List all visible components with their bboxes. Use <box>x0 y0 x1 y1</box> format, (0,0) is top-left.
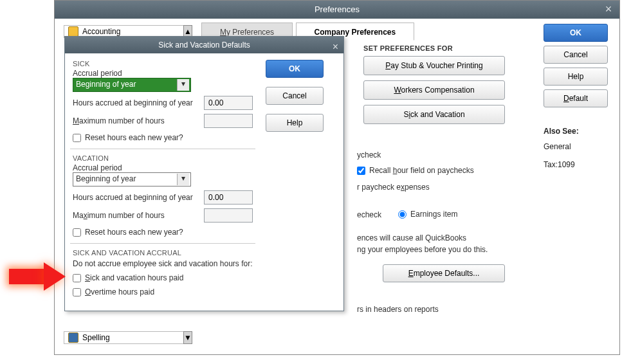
partial-text: rs in headers on reports <box>357 302 576 317</box>
partial-text: r paycheck expenses <box>357 179 576 195</box>
preferences-sidebar-bottom: Spelling ▼ <box>64 331 192 344</box>
sidebar-item-spelling[interactable]: Spelling ▼ <box>64 331 192 344</box>
sv-ok-button[interactable]: OK <box>266 60 324 78</box>
close-icon[interactable]: × <box>603 3 614 15</box>
workers-comp-button[interactable]: Workers Compensation <box>363 80 505 100</box>
scroll-down-icon[interactable]: ▼ <box>183 331 192 344</box>
preferences-titlebar: Preferences × <box>55 1 619 19</box>
sick-reset-label: Reset hours each new year? <box>85 133 183 142</box>
accrual-overtime-paid-label: Overtime hours paid <box>85 287 154 296</box>
combo-value: Beginning of year <box>76 174 136 183</box>
employee-defaults-button[interactable]: Employee Defaults... <box>383 264 505 282</box>
vac-hours-accrued-label: Hours accrued at beginning of year <box>73 193 199 202</box>
set-prefs-label: SET PREFERENCES FOR <box>363 44 582 52</box>
sick-hours-accrued-input[interactable] <box>204 96 253 110</box>
accrual-sickvac-paid-checkbox[interactable] <box>73 274 81 282</box>
sick-vacation-dialog: Sick and Vacation Defaults × SICK Accrua… <box>64 36 344 311</box>
folder-icon <box>68 26 78 37</box>
sidebar-item-label: Spelling <box>82 333 110 342</box>
ok-button[interactable]: OK <box>544 24 608 42</box>
close-icon[interactable]: × <box>333 39 338 55</box>
sidebar-item-label: Accounting <box>82 27 120 36</box>
accrual-lead: Do not accrue employee sick and vacation… <box>73 259 253 268</box>
sv-title: Sick and Vacation Defaults <box>158 41 250 50</box>
sick-header: SICK <box>73 60 253 68</box>
preferences-title: Preferences <box>315 5 360 14</box>
vac-reset-checkbox[interactable] <box>73 228 81 237</box>
combo-value: Beginning of year <box>76 80 136 89</box>
sv-titlebar: Sick and Vacation Defaults × <box>65 37 343 53</box>
sick-max-hours-input[interactable] <box>204 114 253 128</box>
warn-text: ng your employees before you do this. <box>357 244 576 255</box>
sick-accrual-period-combo[interactable]: Beginning of year <box>73 78 191 92</box>
accrual-overtime-paid-checkbox[interactable] <box>73 288 81 296</box>
set-preferences-for: SET PREFERENCES FOR Pay Stub & Voucher P… <box>363 44 582 129</box>
partial-text: ycheck <box>357 147 576 163</box>
sick-reset-checkbox[interactable] <box>73 134 81 142</box>
vac-reset-label: Reset hours each new year? <box>85 228 183 237</box>
sv-cancel-button[interactable]: Cancel <box>266 87 324 105</box>
vacation-header: VACATION <box>73 154 253 162</box>
sick-vacation-button[interactable]: Sick and Vacation <box>363 105 505 124</box>
accrual-period-label: Accrual period <box>73 69 253 78</box>
vac-hours-accrued-input[interactable] <box>204 190 253 205</box>
accrual-sickvac-paid-label: Sick and vacation hours paid <box>85 273 183 282</box>
abc-icon <box>68 332 78 343</box>
accrual-header: SICK AND VACATION ACCRUAL <box>73 249 253 257</box>
vac-max-hours-label: Maximum number of hours <box>73 211 199 220</box>
vac-accrual-period-label: Accrual period <box>73 163 253 172</box>
recall-hour-label: Recall hour field on paychecks <box>369 163 474 178</box>
sv-help-button[interactable]: Help <box>266 114 324 132</box>
vac-accrual-period-combo[interactable]: Beginning of year <box>73 172 191 187</box>
company-preferences-content: ycheck Recall hour field on paychecks r … <box>357 147 576 317</box>
paystub-button[interactable]: Pay Stub & Voucher Printing <box>363 56 505 75</box>
sick-hours-accrued-label: Hours accrued at beginning of year <box>73 98 199 107</box>
recall-hour-checkbox[interactable] <box>357 167 365 175</box>
earnings-item-radio[interactable] <box>398 210 407 219</box>
warn-text: ences will cause all QuickBooks <box>357 232 576 244</box>
vac-max-hours-input[interactable] <box>204 208 253 223</box>
sick-max-hours-label: Maximum number of hours <box>73 116 199 125</box>
earnings-item-label: Earnings item <box>410 206 457 222</box>
partial-text: echeck <box>357 207 381 223</box>
callout-arrow-icon <box>9 262 71 291</box>
